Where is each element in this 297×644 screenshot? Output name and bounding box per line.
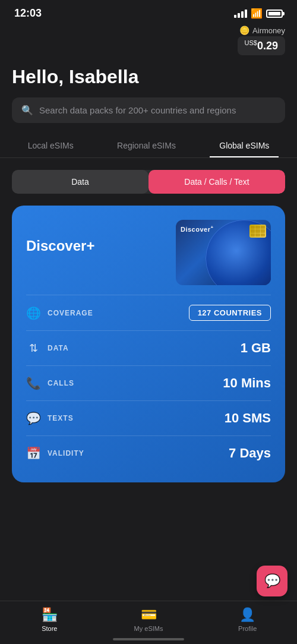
data-label: DATA <box>48 344 69 352</box>
esim-tab-row: Local eSIMs Regional eSIMs Global eSIMs <box>0 135 297 158</box>
toggle-data-btn[interactable]: Data <box>12 170 148 194</box>
validity-label: VALIDITY <box>48 449 84 457</box>
tab-local-esims[interactable]: Local eSIMs <box>18 135 83 157</box>
sim-chip-icon <box>249 225 266 238</box>
coverage-row-left: 🌐 COVERAGE <box>26 306 93 320</box>
search-icon: 🔍 <box>21 105 33 116</box>
card-sim-image: Discover+ <box>176 220 271 285</box>
data-row-left: ⇅ DATA <box>26 342 69 355</box>
toggle-calls-btn[interactable]: Data / Calls / Text <box>148 170 285 194</box>
status-icons: 📶 <box>234 8 283 19</box>
card-rows: 🌐 COVERAGE 127 COUNTRIES ⇅ DATA 1 GB 📞 C… <box>12 295 285 471</box>
data-toggle-row: Data Data / Calls / Text <box>12 170 285 194</box>
airmoney-coin-icon: 🪙 <box>239 26 249 35</box>
status-time: 12:03 <box>14 7 42 20</box>
validity-value: 7 Days <box>229 446 271 461</box>
discover-plus-card: Discover+ Discover+ 🌐 COVERAGE <box>12 206 285 482</box>
texts-icon: 💬 <box>26 411 40 425</box>
nav-item-esims[interactable]: 💳 My eSIMs <box>99 607 198 632</box>
validity-row: 📅 VALIDITY 7 Days <box>26 435 271 471</box>
search-bar[interactable]: 🔍 Search data packs for 200+ countries a… <box>12 97 285 123</box>
coverage-badge[interactable]: 127 COUNTRIES <box>189 305 271 321</box>
card-header: Discover+ Discover+ <box>12 206 285 295</box>
nav-label-profile: Profile <box>238 625 257 632</box>
wifi-icon: 📶 <box>251 8 263 19</box>
card-title: Discover+ <box>26 238 94 254</box>
calls-icon: 📞 <box>26 376 40 390</box>
status-bar: 12:03 📶 <box>0 0 297 23</box>
airmoney-currency: US$ <box>245 39 257 46</box>
nav-label-store: Store <box>42 625 57 632</box>
airmoney-amount: 0.29 <box>257 40 278 52</box>
chat-fab-button[interactable]: 💬 <box>257 566 287 596</box>
calls-label: CALLS <box>48 379 74 387</box>
airmoney-label: 🪙 Airmoney <box>239 26 285 35</box>
data-row: ⇅ DATA 1 GB <box>26 330 271 365</box>
calls-row-left: 📞 CALLS <box>26 376 74 390</box>
store-icon: 🏪 <box>42 607 58 623</box>
validity-row-left: 📅 VALIDITY <box>26 446 84 460</box>
tab-regional-esims[interactable]: Regional eSIMs <box>108 135 185 157</box>
card-image-area: Discover+ <box>176 220 271 285</box>
airmoney-text: Airmoney <box>252 26 285 35</box>
coverage-row: 🌐 COVERAGE 127 COUNTRIES <box>26 295 271 330</box>
calls-value: 10 Mins <box>223 375 271 391</box>
airmoney-section: 🪙 Airmoney US$0.29 <box>0 23 297 61</box>
esims-icon: 💳 <box>141 607 157 623</box>
tab-global-esims[interactable]: Global eSIMs <box>210 135 279 157</box>
texts-label: TEXTS <box>48 414 74 422</box>
coverage-icon: 🌐 <box>26 306 40 320</box>
search-placeholder: Search data packs for 200+ countries and… <box>39 105 236 115</box>
greeting-text: Hello, Isabella <box>0 61 297 97</box>
calls-row: 📞 CALLS 10 Mins <box>26 365 271 400</box>
profile-icon: 👤 <box>239 607 255 623</box>
nav-item-profile[interactable]: 👤 Profile <box>198 607 297 632</box>
nav-label-esims: My eSIMs <box>134 625 163 632</box>
signal-icon <box>234 10 247 18</box>
data-icon: ⇅ <box>26 342 40 355</box>
texts-row-left: 💬 TEXTS <box>26 411 74 425</box>
texts-row: 💬 TEXTS 10 SMS <box>26 400 271 435</box>
battery-icon <box>266 10 283 18</box>
texts-value: 10 SMS <box>225 411 271 426</box>
home-indicator <box>113 638 184 640</box>
coverage-label: COVERAGE <box>48 309 93 317</box>
chat-fab-icon: 💬 <box>264 573 280 589</box>
airmoney-balance[interactable]: US$0.29 <box>238 36 285 55</box>
nav-item-store[interactable]: 🏪 Store <box>0 607 99 632</box>
data-value: 1 GB <box>241 340 271 356</box>
card-image-label: Discover+ <box>181 225 214 233</box>
validity-icon: 📅 <box>26 446 40 460</box>
